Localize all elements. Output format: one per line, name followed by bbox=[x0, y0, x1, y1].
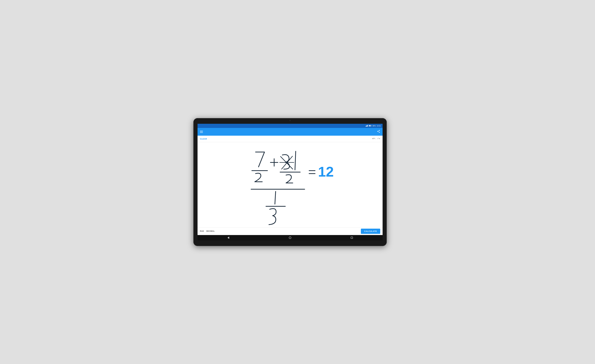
battery-percent: 86% bbox=[372, 125, 376, 127]
home-icon bbox=[289, 236, 291, 239]
status-bar: 86% 14:31 bbox=[198, 124, 382, 128]
tablet-device: 86% 14:31 CLEAR bbox=[193, 118, 387, 246]
signal-bar-4 bbox=[368, 125, 368, 127]
nav-bar bbox=[198, 235, 382, 240]
hamburger-menu-button[interactable] bbox=[200, 131, 203, 133]
svg-text:12: 12 bbox=[318, 164, 334, 179]
svg-line-9 bbox=[275, 192, 276, 204]
calculate-button[interactable]: CALCULATE bbox=[361, 229, 380, 234]
signal-bar-2 bbox=[366, 126, 367, 127]
hamburger-line bbox=[200, 132, 203, 132]
scene: 86% 14:31 CLEAR bbox=[193, 117, 402, 247]
handwriting-svg: 12 bbox=[198, 142, 382, 227]
home-button[interactable] bbox=[287, 236, 293, 240]
mode-indicators: RAD DECIMAL bbox=[200, 230, 215, 232]
hamburger-line bbox=[200, 131, 203, 131]
app-bar bbox=[198, 128, 382, 136]
clock: 14:31 bbox=[377, 125, 381, 127]
decimal-mode[interactable]: DECIMAL bbox=[206, 230, 215, 232]
back-button[interactable] bbox=[225, 236, 231, 240]
share-button[interactable] bbox=[377, 130, 380, 134]
undo-redo-controls bbox=[372, 137, 380, 141]
drawing-canvas[interactable]: 12 bbox=[198, 142, 382, 227]
undo-button[interactable] bbox=[372, 137, 375, 141]
hamburger-line bbox=[200, 133, 203, 133]
battery-icon bbox=[369, 125, 372, 126]
redo-button[interactable] bbox=[377, 137, 380, 141]
signal-bar-1 bbox=[366, 126, 366, 127]
rad-mode[interactable]: RAD bbox=[200, 230, 204, 232]
battery-body bbox=[369, 125, 371, 126]
drawing-toolbar: CLEAR bbox=[198, 136, 382, 142]
bottom-bar: RAD DECIMAL CALCULATE bbox=[198, 227, 382, 235]
clear-button[interactable]: CLEAR bbox=[200, 138, 207, 140]
recents-icon bbox=[351, 237, 353, 239]
signal-icon bbox=[366, 125, 368, 127]
signal-bar-3 bbox=[367, 125, 367, 127]
battery-fill bbox=[369, 125, 370, 126]
recents-button[interactable] bbox=[349, 236, 355, 240]
camera bbox=[290, 120, 291, 121]
svg-line-6 bbox=[295, 151, 296, 170]
battery-tip bbox=[371, 126, 372, 126]
tablet-screen: 86% 14:31 CLEAR bbox=[198, 124, 382, 240]
back-icon bbox=[227, 236, 229, 239]
